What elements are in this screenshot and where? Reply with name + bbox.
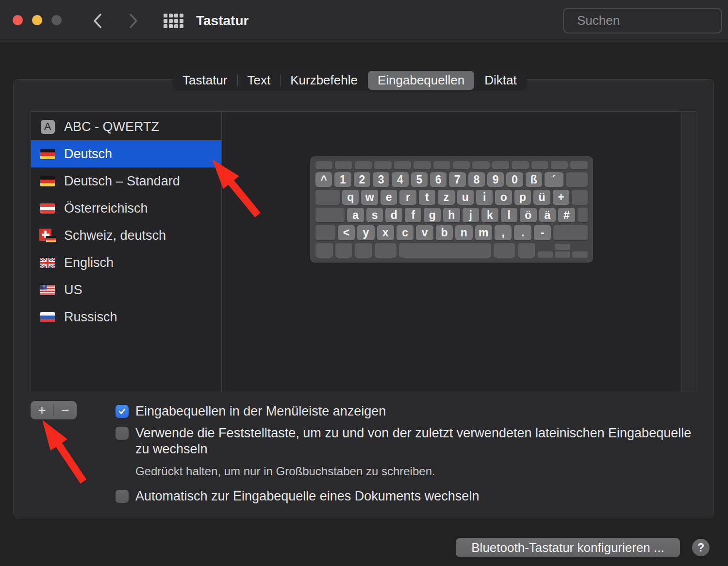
key-q: q — [342, 190, 359, 204]
key-i: i — [476, 190, 493, 204]
key-4: 4 — [392, 172, 408, 187]
configure-bluetooth-keyboard-button[interactable]: Bluetooth-Tastatur konfigurieren ... — [456, 538, 680, 557]
input-source-row-schweiz-deutsch[interactable]: Schweiz, deutsch — [31, 222, 221, 249]
key-blank — [453, 161, 470, 169]
key--: - — [534, 225, 551, 240]
key-ö: ö — [520, 208, 537, 222]
key-blank — [472, 161, 489, 169]
input-source-label: Deutsch — [64, 147, 112, 162]
key-3: 3 — [373, 172, 389, 187]
checkbox-unchecked[interactable] — [116, 490, 129, 503]
close-window-button[interactable] — [13, 15, 23, 25]
key-x: x — [377, 225, 394, 240]
input-source-row-englisch[interactable]: Englisch — [31, 249, 221, 276]
input-source-label: Deutsch – Standard — [64, 174, 180, 189]
at-flag-icon — [40, 203, 55, 214]
checkbox-label: Eingabequellen in der Menüleiste anzeige… — [135, 403, 386, 419]
key-w: w — [361, 190, 378, 204]
key-h: h — [443, 208, 460, 222]
key-f: f — [405, 208, 422, 222]
flag-cell — [39, 149, 56, 159]
flag-cell: A — [39, 120, 56, 134]
options-list: Eingabequellen in der Menüleiste anzeige… — [116, 403, 700, 512]
arrow-key-column — [572, 243, 588, 258]
key-blank — [518, 243, 535, 258]
tab-eingabequellen[interactable]: Eingabequellen — [368, 71, 474, 90]
titlebar: Tastatur — [0, 0, 728, 42]
checkbox-row-verwende-die-feststelltaste-um-zu-und-vo[interactable]: Verwende die Feststelltaste, um zu und v… — [116, 427, 700, 457]
key-ü: ü — [533, 190, 550, 204]
check-icon — [118, 407, 126, 416]
key-blank — [335, 243, 353, 258]
key-p: p — [514, 190, 531, 204]
input-source-row-abc-qwertz[interactable]: A ABC - QWERTZ — [31, 113, 221, 140]
input-source-row-us[interactable]: US — [31, 276, 221, 303]
key-blank — [355, 161, 372, 169]
key-d: d — [385, 208, 402, 222]
tab-kurzbefehle[interactable]: Kurzbefehle — [281, 70, 367, 91]
key-blank — [566, 172, 588, 187]
checkbox-label: Verwende die Feststelltaste, um zu und v… — [135, 425, 698, 457]
key-blank — [374, 161, 391, 169]
key-arrow-down — [555, 251, 570, 258]
input-sources-box: A ABC - QWERTZ Deutsch Deutsch – Standar… — [31, 111, 696, 392]
key-blank — [551, 161, 568, 169]
search-field[interactable] — [563, 8, 722, 33]
checkbox-row-eingabequellen-in-der-men-leiste-anzeige[interactable]: Eingabequellen in der Menüleiste anzeige… — [116, 403, 700, 419]
input-source-row-sterreichisch[interactable]: Österreichisch — [31, 195, 221, 222]
input-source-row-deutsch[interactable]: Deutsch — [31, 140, 221, 167]
checkbox-checked[interactable] — [116, 405, 129, 418]
search-input[interactable] — [576, 13, 728, 29]
minimize-window-button[interactable] — [32, 15, 42, 25]
arrow-keys-cluster — [538, 243, 588, 258]
key-<: < — [338, 225, 355, 240]
ch-de-flag-icon — [39, 229, 56, 243]
key-l: l — [501, 208, 518, 222]
key-m: m — [475, 225, 492, 240]
back-button[interactable] — [91, 12, 104, 30]
key-u: u — [457, 190, 474, 204]
key-blank — [315, 243, 333, 258]
key-s: s — [366, 208, 383, 222]
ru-flag-icon — [40, 312, 55, 322]
key-8: 8 — [468, 172, 485, 187]
key-a: a — [347, 208, 364, 222]
tab-text[interactable]: Text — [238, 70, 281, 91]
checkbox-label: Automatisch zur Eingabequelle eines Doku… — [135, 488, 479, 504]
key-blank — [492, 161, 509, 169]
input-source-row-deutsch-standard[interactable]: Deutsch – Standard — [31, 167, 221, 195]
annotation-arrow-add-button — [32, 413, 95, 492]
tab-tastatur[interactable]: Tastatur — [173, 70, 237, 91]
tab-diktat[interactable]: Diktat — [475, 70, 526, 91]
page-title: Tastatur — [196, 0, 248, 42]
flag-cell — [39, 258, 56, 268]
keyboard-layout-preview: ^1234567890ß´qwertzuiopü+asdfghjklöä#<yx… — [310, 156, 593, 263]
forward-button[interactable] — [127, 12, 140, 30]
key-.: . — [514, 225, 531, 240]
abc-badge-icon: A — [41, 120, 55, 134]
checkbox-unchecked[interactable] — [116, 427, 129, 440]
key-ä: ä — [539, 208, 556, 222]
key-blank — [553, 225, 588, 240]
input-source-row-russisch[interactable]: Russisch — [31, 303, 221, 331]
input-source-label: US — [64, 283, 83, 298]
key-,: , — [495, 225, 512, 240]
help-button[interactable]: ? — [692, 539, 710, 556]
key-blank — [512, 161, 529, 169]
key-blank — [335, 161, 352, 169]
key-r: r — [399, 190, 416, 204]
key-blank — [572, 190, 588, 204]
show-all-grid-icon[interactable] — [164, 14, 183, 28]
flag-cell — [39, 229, 56, 243]
arrow-key-column — [555, 243, 570, 258]
key-ß: ß — [526, 172, 542, 187]
key-blank — [494, 243, 515, 258]
key-´: ´ — [545, 172, 563, 187]
key-blank — [375, 243, 397, 258]
key-5: 5 — [411, 172, 428, 187]
checkbox-row-automatisch-zur-eingabequelle-eines-doku[interactable]: Automatisch zur Eingabequelle eines Doku… — [116, 488, 700, 504]
chevron-right-icon — [127, 12, 140, 30]
zoom-window-button[interactable] — [51, 15, 62, 25]
key-6: 6 — [430, 172, 447, 187]
key-g: g — [424, 208, 441, 222]
